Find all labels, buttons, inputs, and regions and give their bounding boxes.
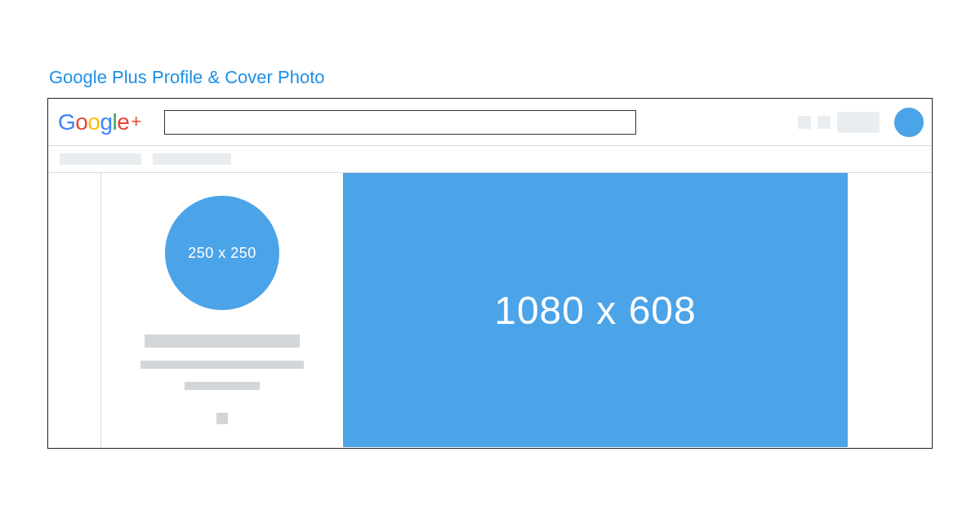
share-button[interactable] — [837, 112, 880, 133]
profile-text-placeholders — [140, 335, 304, 424]
name-placeholder — [145, 335, 300, 348]
left-margin-column — [48, 173, 101, 447]
cover-photo-placeholder: 1080 x 608 — [343, 173, 848, 447]
browser-mock-frame: Google+ 250 x 250 1080 x — [47, 98, 933, 449]
header-bar: Google+ — [48, 99, 932, 146]
header-actions — [798, 108, 924, 137]
google-plus-logo: Google+ — [58, 109, 141, 135]
bio-line-placeholder — [185, 382, 260, 390]
profile-column: 250 x 250 — [101, 173, 343, 447]
tabs-bar — [48, 146, 932, 173]
right-margin-column — [848, 173, 932, 447]
page-title: Google Plus Profile & Cover Photo — [49, 67, 325, 88]
profile-photo-placeholder: 250 x 250 — [165, 196, 279, 310]
bio-line-placeholder — [140, 361, 304, 369]
search-input[interactable] — [164, 110, 636, 135]
meta-dot-icon — [216, 413, 228, 424]
tab-placeholder[interactable] — [153, 153, 231, 165]
notifications-icon[interactable] — [817, 116, 831, 129]
tab-placeholder[interactable] — [60, 153, 141, 165]
apps-icon[interactable] — [798, 116, 811, 129]
avatar[interactable] — [894, 108, 924, 137]
profile-dimension-label: 250 x 250 — [188, 245, 256, 262]
content-area: 250 x 250 1080 x 608 — [48, 173, 932, 447]
cover-dimension-label: 1080 x 608 — [494, 288, 697, 333]
